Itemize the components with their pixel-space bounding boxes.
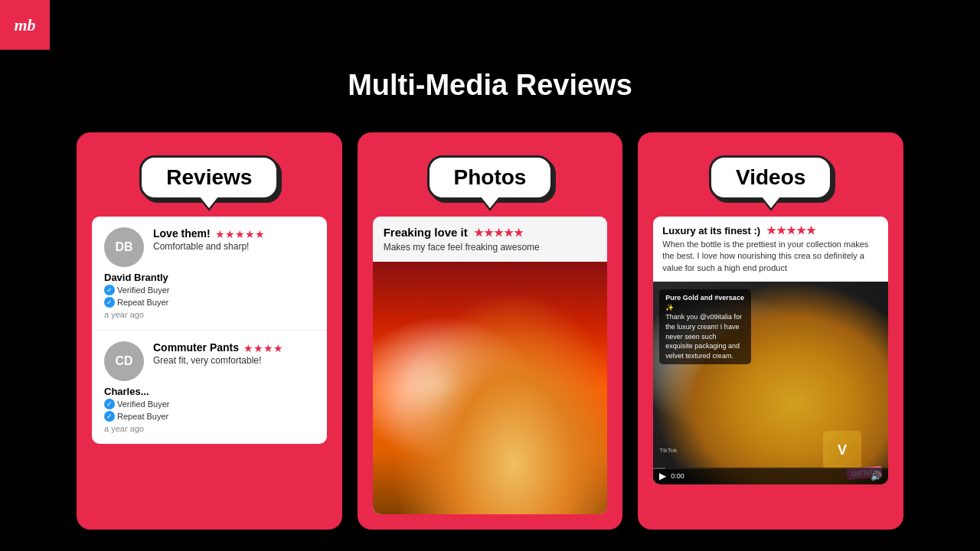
- reviews-card: Reviews DB Love them! ★★★★★ Comfortable …: [77, 132, 342, 530]
- video-title-row: Luxury at its finest :) ★★★★★: [662, 224, 879, 236]
- play-button[interactable]: ▶: [659, 471, 666, 481]
- photo-review-text: Freaking love it ★★★★★ Makes my face fee…: [373, 217, 608, 262]
- reviewer-name-1: David Brantly: [104, 272, 315, 283]
- review-date-2: a year ago: [104, 424, 315, 433]
- check-icon-repeat-1: ✓: [104, 297, 115, 308]
- photo-desc: Makes my face feel freaking awesome: [384, 242, 597, 253]
- avatar-cd: CD: [104, 341, 144, 381]
- review-stars-1: ★★★★★: [215, 228, 265, 240]
- videos-bubble: Videos: [709, 155, 832, 200]
- review-date-1: a year ago: [104, 310, 315, 319]
- repeat-badge-2: ✓ Repeat Buyer: [104, 411, 315, 422]
- review-title-row-1: Love them! ★★★★★: [153, 227, 315, 241]
- photo-stars: ★★★★★: [474, 227, 524, 239]
- page-title: Multi-Media Reviews: [0, 0, 980, 132]
- verified-badge-2: ✓ Verified Buyer: [104, 399, 315, 409]
- video-time: 0:00: [671, 472, 684, 480]
- repeat-label-1: Repeat Buyer: [117, 298, 168, 307]
- reviewer-name-2: Charles...: [104, 386, 315, 397]
- photos-card: Photos Freaking love it ★★★★★ Makes my f…: [358, 132, 623, 530]
- video-stars: ★★★★★: [766, 224, 816, 236]
- verified-label-1: Verified Buyer: [117, 285, 169, 295]
- video-logo-box: V: [823, 431, 861, 469]
- overlay-title: Pure Gold and #versace ✨: [665, 294, 744, 311]
- review-stars-2: ★★★★: [243, 342, 283, 354]
- review-meta-1: Love them! ★★★★★ Comfortable and sharp!: [153, 227, 315, 252]
- videos-inner-card: Luxury at its finest :) ★★★★★ When the b…: [653, 217, 888, 484]
- video-review-text: Luxury at its finest :) ★★★★★ When the b…: [653, 217, 888, 282]
- video-desc: When the bottle is the prettiest in your…: [662, 239, 879, 274]
- video-title: Luxury at its finest :): [662, 225, 760, 236]
- review-header-2: CD Commuter Pants ★★★★ Great fit, very c…: [104, 341, 315, 381]
- check-icon-1: ✓: [104, 285, 115, 295]
- repeat-label-2: Repeat Buyer: [117, 412, 168, 421]
- review-title-1: Love them!: [153, 227, 211, 240]
- review-title-row-2: Commuter Pants ★★★★: [153, 341, 315, 355]
- photo-image-simulation: [373, 262, 608, 514]
- video-frame: Pure Gold and #versace ✨ Thank you @v09i…: [653, 282, 888, 484]
- review-item-2: CD Commuter Pants ★★★★ Great fit, very c…: [92, 331, 327, 444]
- avatar-db: DB: [104, 227, 144, 267]
- reviews-inner-card: DB Love them! ★★★★★ Comfortable and shar…: [92, 217, 327, 444]
- verified-badge-1: ✓ Verified Buyer: [104, 285, 315, 295]
- review-item-1: DB Love them! ★★★★★ Comfortable and shar…: [92, 217, 327, 331]
- tiktok-label: TikTok: [659, 447, 677, 454]
- volume-button[interactable]: 🔊: [871, 471, 882, 481]
- video-overlay: Pure Gold and #versace ✨ Thank you @v09i…: [659, 289, 751, 364]
- review-meta-2: Commuter Pants ★★★★ Great fit, very comf…: [153, 341, 315, 366]
- check-icon-repeat-2: ✓: [104, 411, 115, 422]
- cards-row: Reviews DB Love them! ★★★★★ Comfortable …: [0, 132, 980, 530]
- photo-title: Freaking love it: [384, 226, 468, 239]
- photo-title-row: Freaking love it ★★★★★: [384, 226, 597, 239]
- videos-card: Videos Luxury at its finest :) ★★★★★ Whe…: [638, 132, 903, 530]
- review-desc-2: Great fit, very comfortable!: [153, 355, 315, 366]
- photos-inner-card: Freaking love it ★★★★★ Makes my face fee…: [373, 217, 608, 514]
- logo-text: mb: [14, 15, 35, 35]
- photos-bubble: Photos: [427, 155, 554, 200]
- review-title-2: Commuter Pants: [153, 341, 239, 354]
- verified-label-2: Verified Buyer: [117, 399, 169, 409]
- video-controls: ▶ 0:00 🔊: [653, 468, 888, 484]
- reviews-bubble: Reviews: [139, 155, 279, 200]
- overlay-body: Thank you @v09italia for the luxury crea…: [665, 313, 742, 359]
- check-icon-2: ✓: [104, 399, 115, 409]
- photo-image: [373, 262, 608, 514]
- repeat-badge-1: ✓ Repeat Buyer: [104, 297, 315, 308]
- review-header-1: DB Love them! ★★★★★ Comfortable and shar…: [104, 227, 315, 267]
- review-desc-1: Comfortable and sharp!: [153, 241, 315, 252]
- logo: mb: [0, 0, 50, 50]
